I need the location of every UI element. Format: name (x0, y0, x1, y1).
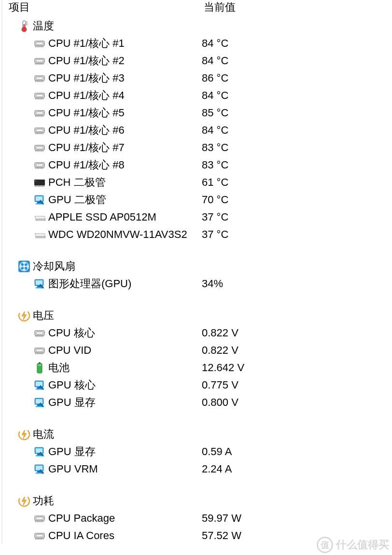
sensor-row[interactable]: CPU 核心0.822 V (7, 324, 392, 342)
sensor-row[interactable]: GPU 核心0.775 V (7, 376, 392, 394)
column-header-row: 项目 当前值 (7, 0, 392, 14)
sensor-row[interactable]: CPU #1/核心 #585 °C (7, 104, 392, 122)
sensor-value: 84 °C (202, 122, 392, 139)
cpu-chip-icon (33, 89, 46, 102)
sensor-label: CPU #1/核心 #8 (48, 156, 202, 174)
gpu-monitor-icon (33, 378, 46, 392)
sensor-label: CPU #1/核心 #1 (48, 35, 202, 52)
sensor-label: GPU 核心 (48, 376, 202, 394)
cpu-chip-icon (33, 512, 46, 525)
sensor-row[interactable]: 图形处理器(GPU)34% (7, 275, 392, 292)
sensor-row[interactable]: CPU #1/核心 #684 °C (7, 122, 392, 139)
sensor-row[interactable]: CPU #1/核心 #184 °C (7, 35, 392, 52)
sensor-row[interactable]: GPU 显存0.800 V (7, 394, 392, 411)
sensor-row[interactable]: CPU #1/核心 #484 °C (7, 87, 392, 104)
sensor-value: 37 °C (202, 208, 392, 226)
sensor-label: CPU IA Cores (48, 527, 202, 544)
bolt-icon (17, 428, 31, 441)
section-header[interactable]: 电流 (7, 426, 392, 443)
cpu-chip-icon (33, 158, 46, 172)
sensor-value: 59.97 W (202, 510, 392, 527)
tree-guide-line (1, 0, 2, 544)
fan-icon (17, 260, 31, 273)
sensor-row[interactable]: CPU IA Cores57.52 W (7, 527, 392, 544)
section-title: 功耗 (33, 492, 54, 510)
battery-icon (33, 361, 46, 375)
sensor-value: 83 °C (202, 156, 392, 174)
cpu-chip-icon (33, 141, 46, 154)
sensor-row[interactable]: CPU #1/核心 #284 °C (7, 52, 392, 69)
sensor-label: CPU #1/核心 #2 (48, 52, 202, 69)
sensor-row[interactable]: GPU 二极管70 °C (7, 191, 392, 208)
gpu-monitor-icon (33, 462, 46, 476)
section-spacing (7, 292, 392, 307)
sensor-row[interactable]: APPLE SSD AP0512M37 °C (7, 208, 392, 226)
pch-chip-icon (33, 176, 46, 189)
sensor-label: GPU 二极管 (48, 191, 202, 208)
sensor-row[interactable]: CPU #1/核心 #783 °C (7, 139, 392, 156)
sensor-row[interactable]: CPU Package59.97 W (7, 510, 392, 527)
sensor-row[interactable]: 电池12.642 V (7, 359, 392, 376)
sensor-row[interactable]: GPU VRM2.24 A (7, 460, 392, 478)
sensor-label: CPU 核心 (48, 324, 202, 342)
sensor-label: GPU 显存 (48, 443, 202, 460)
gpu-monitor-icon (33, 396, 46, 409)
gpu-monitor-icon (33, 277, 46, 291)
sensor-row[interactable]: WDC WD20NMVW-11AV3S237 °C (7, 226, 392, 243)
sensor-label: CPU #1/核心 #5 (48, 104, 202, 122)
sensor-value: 2.24 A (202, 460, 392, 478)
sensor-label: CPU #1/核心 #4 (48, 87, 202, 104)
sensor-row[interactable]: GPU 显存0.59 A (7, 443, 392, 460)
sensor-value: 34% (202, 275, 392, 292)
section-spacing (7, 243, 392, 258)
header-value-label: 当前值 (204, 0, 392, 14)
sensor-label: CPU #1/核心 #3 (48, 69, 202, 87)
section-title: 电流 (33, 426, 54, 443)
gpu-monitor-icon (33, 193, 46, 207)
sensor-value: 84 °C (202, 35, 392, 52)
thermometer-icon (17, 19, 31, 33)
bolt-icon (17, 309, 31, 322)
sensor-value: 84 °C (202, 87, 392, 104)
sensor-value: 83 °C (202, 139, 392, 156)
sensor-label: WDC WD20NMVW-11AV3S2 (48, 226, 202, 243)
sensor-row[interactable]: CPU #1/核心 #386 °C (7, 69, 392, 87)
cpu-chip-icon (33, 124, 46, 137)
sensor-row[interactable]: PCH 二极管61 °C (7, 174, 392, 191)
section-header[interactable]: 功耗 (7, 492, 392, 510)
sensor-label: PCH 二极管 (48, 174, 202, 191)
cpu-chip-icon (33, 529, 46, 542)
section-title: 冷却风扇 (33, 258, 75, 275)
header-item-label: 项目 (9, 0, 204, 14)
sensor-value: 57.52 W (202, 527, 392, 544)
cpu-chip-icon (33, 326, 46, 340)
section-header[interactable]: 温度 (7, 17, 392, 35)
sensor-label: 电池 (48, 359, 202, 376)
sensor-label: 图形处理器(GPU) (48, 275, 202, 292)
sensor-tree: 项目 当前值 温度CPU #1/核心 #184 °CCPU #1/核心 #284… (0, 0, 392, 544)
section-header[interactable]: 冷却风扇 (7, 258, 392, 275)
cpu-chip-icon (33, 71, 46, 85)
sensor-value: 70 °C (202, 191, 392, 208)
section-title: 电压 (33, 307, 54, 324)
section-spacing (7, 411, 392, 426)
bolt-icon (17, 494, 31, 508)
sensor-label: GPU 显存 (48, 394, 202, 411)
gpu-monitor-icon (33, 445, 46, 458)
sensor-value: 37 °C (202, 226, 392, 243)
sensor-row[interactable]: CPU #1/核心 #883 °C (7, 156, 392, 174)
sensor-value: 85 °C (202, 104, 392, 122)
sensor-label: CPU #1/核心 #6 (48, 122, 202, 139)
sensor-label: GPU VRM (48, 460, 202, 478)
sensor-value: 0.59 A (202, 443, 392, 460)
sensor-label: CPU Package (48, 510, 202, 527)
section-header[interactable]: 电压 (7, 307, 392, 324)
cpu-chip-icon (33, 106, 46, 120)
sensor-label: APPLE SSD AP0512M (48, 208, 202, 226)
ssd-icon (33, 228, 46, 241)
ssd-icon (33, 210, 46, 224)
sensor-label: CPU VID (48, 342, 202, 359)
sensor-value: 0.822 V (202, 324, 392, 342)
sensor-value: 86 °C (202, 69, 392, 87)
sensor-row[interactable]: CPU VID0.822 V (7, 342, 392, 359)
